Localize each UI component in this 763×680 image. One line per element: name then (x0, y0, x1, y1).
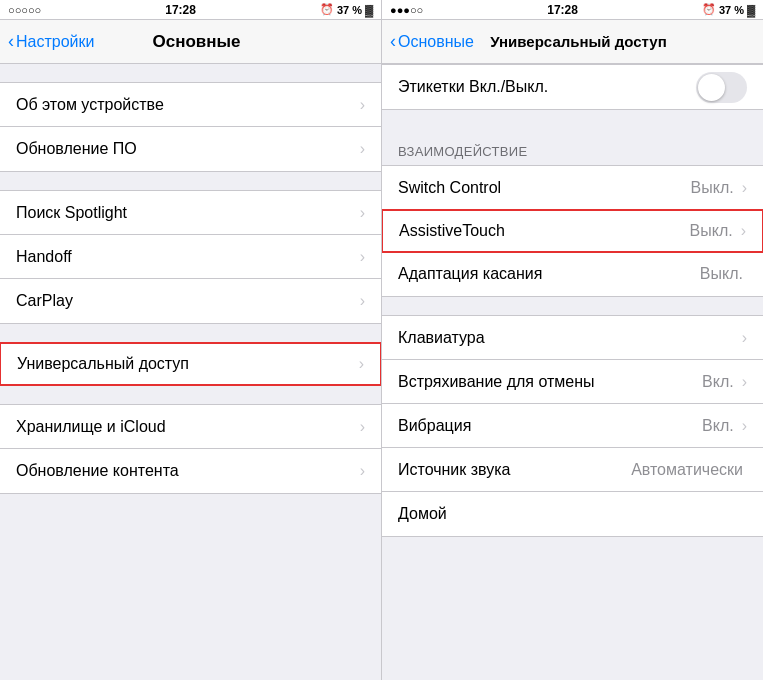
right-time: 17:28 (547, 3, 578, 17)
left-row-update-label: Обновление ПО (16, 140, 137, 158)
left-row-spotlight[interactable]: Поиск Spotlight › (0, 191, 381, 235)
left-row-about[interactable]: Об этом устройстве › (0, 83, 381, 127)
right-shake-value: Вкл. (702, 373, 734, 391)
left-nav-bar: ‹ Настройки Основные (0, 20, 381, 64)
right-row-sound-source[interactable]: Источник звука Автоматически (382, 448, 763, 492)
right-back-label[interactable]: Основные (398, 33, 474, 51)
right-switch-value: Выкл. (691, 179, 734, 197)
right-group-bottom: Клавиатура › Встряхивание для отмены Вкл… (382, 315, 763, 537)
left-row-carplay[interactable]: CarPlay › (0, 279, 381, 323)
left-row-carplay-label: CarPlay (16, 292, 73, 310)
right-row-keyboard[interactable]: Клавиатура › (382, 316, 763, 360)
chevron-icon: › (360, 292, 365, 310)
labels-toggle[interactable] (696, 72, 747, 103)
left-row-storage[interactable]: Хранилище и iCloud › (0, 405, 381, 449)
chevron-icon: › (741, 222, 746, 240)
chevron-icon: › (360, 140, 365, 158)
right-battery-percent: 37 % (719, 4, 744, 16)
right-alarm-icon: ⏰ (702, 3, 716, 16)
left-row-handoff[interactable]: Handoff › (0, 235, 381, 279)
right-row-home-label: Домой (398, 505, 447, 523)
right-row-assistive-label: AssistiveTouch (399, 222, 505, 240)
right-row-sound-label: Источник звука (398, 461, 510, 479)
left-group-3: Универсальный доступ › (0, 342, 381, 386)
battery-icon: ▓ (365, 4, 373, 16)
right-row-touch-adapt-label: Адаптация касания (398, 265, 542, 283)
right-vibration-value: Вкл. (702, 417, 734, 435)
circles-icon: ○○○○○ (8, 4, 41, 16)
battery-percent: 37 % (337, 4, 362, 16)
left-nav-title: Основные (152, 32, 240, 52)
left-row-spotlight-label: Поиск Spotlight (16, 204, 127, 222)
left-row-storage-label: Хранилище и iCloud (16, 418, 166, 436)
right-circles-icon: ●●●○○ (390, 4, 423, 16)
alarm-icon: ⏰ (320, 3, 334, 16)
right-touch-adapt-value: Выкл. (700, 265, 743, 283)
toggle-knob (698, 74, 725, 101)
right-row-assistivetouch[interactable]: AssistiveTouch Выкл. › (382, 209, 763, 253)
left-back-label[interactable]: Настройки (16, 33, 94, 51)
right-status-bar: ●●●○○ 17:28 ⏰ 37 % ▓ (382, 0, 763, 20)
left-row-content-update[interactable]: Обновление контента › (0, 449, 381, 493)
chevron-icon: › (742, 417, 747, 435)
left-back-icon: ‹ (8, 31, 14, 52)
right-row-switch-control[interactable]: Switch Control Выкл. › (382, 166, 763, 210)
chevron-icon: › (360, 204, 365, 222)
right-row-labels[interactable]: Этикетки Вкл./Выкл. (382, 65, 763, 109)
left-row-handoff-label: Handoff (16, 248, 72, 266)
left-group-1: Об этом устройстве › Обновление ПО › (0, 82, 381, 172)
chevron-icon: › (359, 355, 364, 373)
left-time: 17:28 (165, 3, 196, 17)
left-settings-list: Об этом устройстве › Обновление ПО › Пои… (0, 64, 381, 680)
right-row-vibration[interactable]: Вибрация Вкл. › (382, 404, 763, 448)
left-row-about-label: Об этом устройстве (16, 96, 164, 114)
right-settings-list: Этикетки Вкл./Выкл. ВЗАИМОДЕЙСТВИЕ Switc… (382, 64, 763, 680)
left-row-universal[interactable]: Универсальный доступ › (0, 342, 381, 386)
chevron-icon: › (360, 418, 365, 436)
left-battery: ⏰ 37 % ▓ (320, 3, 373, 16)
right-row-home[interactable]: Домой (382, 492, 763, 536)
right-row-keyboard-label: Клавиатура (398, 329, 485, 347)
chevron-icon: › (742, 329, 747, 347)
left-row-update[interactable]: Обновление ПО › (0, 127, 381, 171)
right-signal: ●●●○○ (390, 4, 423, 16)
right-nav-bar: ‹ Основные Универсальный доступ (382, 20, 763, 64)
right-battery-icon: ▓ (747, 4, 755, 16)
left-status-bar: ○○○○○ 17:28 ⏰ 37 % ▓ (0, 0, 381, 20)
left-row-universal-label: Универсальный доступ (17, 355, 189, 373)
right-row-switch-label: Switch Control (398, 179, 501, 197)
left-group-4: Хранилище и iCloud › Обновление контента… (0, 404, 381, 494)
right-row-touch-adapt[interactable]: Адаптация касания Выкл. (382, 252, 763, 296)
right-back-button[interactable]: ‹ Основные (390, 31, 474, 52)
right-row-shake-label: Встряхивание для отмены (398, 373, 595, 391)
left-signal: ○○○○○ (8, 4, 41, 16)
right-sound-value: Автоматически (631, 461, 743, 479)
right-section-interaction: ВЗАИМОДЕЙСТВИЕ (382, 128, 763, 165)
left-group-2: Поиск Spotlight › Handoff › CarPlay (0, 190, 381, 324)
chevron-icon: › (742, 179, 747, 197)
right-nav-title: Универсальный доступ (490, 33, 666, 50)
right-row-shake[interactable]: Встряхивание для отмены Вкл. › (382, 360, 763, 404)
chevron-icon: › (360, 462, 365, 480)
right-row-labels-label: Этикетки Вкл./Выкл. (398, 78, 548, 96)
right-group-interaction: Switch Control Выкл. › AssistiveTouch Вы… (382, 165, 763, 297)
chevron-icon: › (360, 96, 365, 114)
right-group-top: Этикетки Вкл./Выкл. (382, 64, 763, 110)
left-back-button[interactable]: ‹ Настройки (8, 31, 94, 52)
right-row-vibration-label: Вибрация (398, 417, 471, 435)
right-assistive-value: Выкл. (690, 222, 733, 240)
chevron-icon: › (360, 248, 365, 266)
right-phone-panel: ●●●○○ 17:28 ⏰ 37 % ▓ ‹ Основные Универса… (382, 0, 763, 680)
chevron-icon: › (742, 373, 747, 391)
right-back-icon: ‹ (390, 31, 396, 52)
left-phone-panel: ○○○○○ 17:28 ⏰ 37 % ▓ ‹ Настройки Основны… (0, 0, 381, 680)
right-battery: ⏰ 37 % ▓ (702, 3, 755, 16)
left-row-content-update-label: Обновление контента (16, 462, 179, 480)
